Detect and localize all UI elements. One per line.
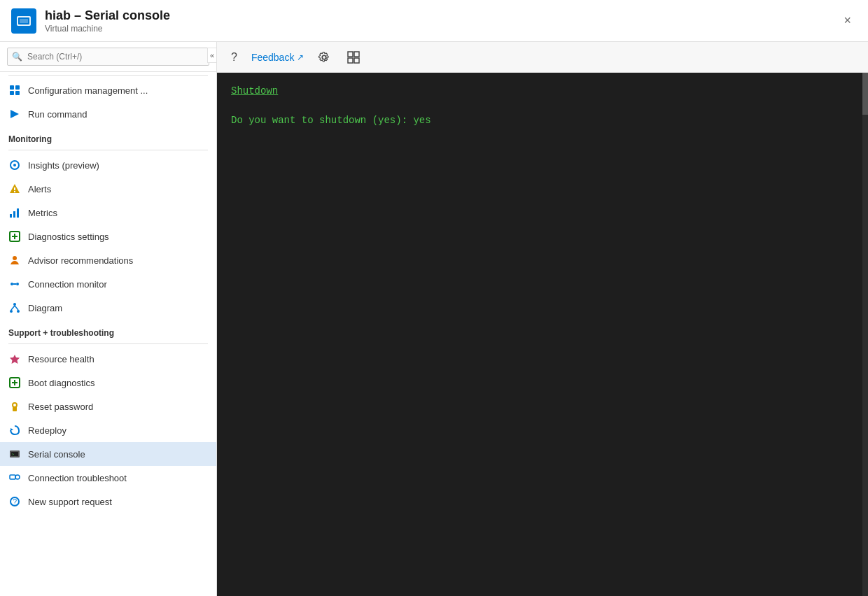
svg-text:>_: >_ — [12, 452, 17, 457]
external-link-icon: ↗ — [297, 52, 304, 62]
sidebar-item-label: Resource health — [28, 354, 94, 364]
terminal-line-2: Do you want to shutdown (yes): yes — [231, 113, 848, 128]
svg-rect-43 — [348, 52, 353, 57]
support-section-label: Support + troubleshooting — [0, 320, 216, 341]
connection-troubleshoot-icon — [8, 471, 21, 484]
terminal-line-0: Shutdown — [231, 84, 848, 99]
metrics-icon — [8, 206, 21, 219]
support-divider — [8, 343, 208, 344]
sidebar-item-label: Connection monitor — [28, 279, 107, 290]
svg-rect-11 — [14, 187, 15, 190]
sidebar-item-diagnostics-settings[interactable]: Diagnostics settings — [0, 225, 216, 248]
svg-rect-12 — [14, 191, 15, 192]
settings-button[interactable] — [315, 50, 333, 65]
svg-rect-46 — [354, 58, 359, 63]
svg-rect-15 — [17, 208, 19, 218]
sidebar-item-serial-console[interactable]: >_ Serial console — [0, 442, 216, 466]
title-bar-text: hiab – Serial console Virtual machine — [45, 8, 170, 34]
svg-point-20 — [10, 283, 13, 285]
svg-rect-45 — [348, 58, 353, 63]
feedback-link[interactable]: Feedback ↗ — [251, 52, 304, 63]
app-title: hiab – Serial console — [45, 8, 170, 23]
help-button[interactable]: ? — [228, 50, 240, 65]
svg-text:?: ? — [13, 498, 18, 506]
sidebar-item-label: Redeploy — [28, 425, 66, 436]
svg-line-26 — [11, 306, 15, 310]
redeploy-icon — [8, 424, 21, 437]
reset-password-icon — [8, 400, 21, 413]
title-bar-left: hiab – Serial console Virtual machine — [11, 8, 170, 34]
top-divider — [8, 75, 208, 76]
svg-rect-37 — [10, 475, 15, 479]
svg-point-25 — [17, 310, 20, 313]
serial-console-icon: >_ — [8, 448, 21, 460]
sidebar-item-label: Configuration management ... — [28, 85, 148, 96]
insights-icon — [8, 159, 21, 171]
svg-rect-2 — [20, 19, 28, 23]
terminal-line-1 — [231, 99, 848, 113]
config-management-icon — [8, 84, 21, 97]
sidebar-item-resource-health[interactable]: Resource health — [0, 347, 216, 371]
sidebar-item-label: Insights (preview) — [28, 160, 99, 171]
svg-rect-5 — [10, 91, 14, 95]
sidebar-item-advisor-recommendations[interactable]: Advisor recommendations — [0, 248, 216, 272]
svg-marker-33 — [10, 428, 13, 431]
svg-rect-44 — [354, 52, 359, 57]
sidebar-item-diagram[interactable]: Diagram — [0, 296, 216, 320]
terminal-scrollbar[interactable] — [862, 73, 868, 596]
svg-point-23 — [13, 303, 16, 306]
resource-health-icon — [8, 353, 21, 365]
sidebar-item-label: Diagnostics settings — [28, 232, 109, 242]
sidebar-item-insights-preview[interactable]: Insights (preview) — [0, 153, 216, 177]
sidebar-item-connection-monitor[interactable]: Connection monitor — [0, 272, 216, 296]
sidebar-item-boot-diagnostics[interactable]: Boot diagnostics — [0, 371, 216, 395]
sidebar-item-redeploy[interactable]: Redeploy — [0, 418, 216, 442]
terminal-area: Shutdown Do you want to shutdown (yes): … — [217, 73, 868, 596]
svg-rect-6 — [15, 91, 20, 95]
sidebar-item-label: Advisor recommendations — [28, 255, 133, 266]
diagram-icon — [8, 301, 21, 314]
svg-point-38 — [15, 475, 20, 479]
close-button[interactable]: × — [838, 10, 857, 31]
alerts-icon — [8, 183, 21, 195]
run-command-icon — [8, 108, 21, 120]
sidebar-collapse-button[interactable]: « — [207, 48, 216, 63]
search-input[interactable] — [7, 48, 209, 66]
monitoring-section-label: Monitoring — [0, 126, 216, 147]
sidebar: 🔍 « Configuration management ... Run com… — [0, 42, 217, 596]
sidebar-item-label: Serial console — [28, 449, 85, 460]
search-icon: 🔍 — [12, 52, 22, 62]
sidebar-item-label: Run command — [28, 109, 88, 120]
sidebar-item-label: Alerts — [28, 184, 51, 194]
sidebar-item-label: Diagram — [28, 303, 62, 313]
terminal-scrollbar-thumb — [862, 73, 868, 115]
svg-rect-4 — [15, 85, 20, 90]
sidebar-content: Configuration management ... Run command… — [0, 72, 216, 596]
svg-point-42 — [323, 55, 326, 59]
sidebar-item-reset-password[interactable]: Reset password — [0, 395, 216, 418]
sidebar-item-run-command[interactable]: Run command — [0, 102, 216, 126]
sidebar-item-configuration-management[interactable]: Configuration management ... — [0, 78, 216, 102]
sidebar-item-new-support-request[interactable]: ? New support request — [0, 490, 216, 513]
svg-point-24 — [10, 310, 13, 313]
feedback-label: Feedback — [251, 52, 294, 63]
title-bar: hiab – Serial console Virtual machine × — [0, 0, 868, 42]
monitoring-divider — [8, 150, 208, 150]
main-layout: 🔍 « Configuration management ... Run com… — [0, 42, 868, 596]
grid-button[interactable] — [344, 50, 363, 65]
svg-rect-3 — [10, 85, 14, 90]
app-subtitle: Virtual machine — [45, 24, 103, 34]
svg-rect-14 — [13, 211, 15, 218]
sidebar-search-area: 🔍 — [0, 42, 216, 72]
sidebar-item-alerts[interactable]: Alerts — [0, 177, 216, 201]
search-wrap: 🔍 — [7, 48, 209, 66]
svg-point-9 — [13, 164, 16, 166]
sidebar-item-connection-troubleshoot[interactable]: Connection troubleshoot — [0, 466, 216, 490]
sidebar-item-label: New support request — [28, 497, 112, 507]
console-toolbar: ? Feedback ↗ — [217, 42, 868, 73]
connection-monitor-icon — [8, 278, 21, 290]
vm-icon — [15, 13, 32, 29]
sidebar-item-metrics[interactable]: Metrics — [0, 201, 216, 225]
terminal[interactable]: Shutdown Do you want to shutdown (yes): … — [217, 73, 862, 596]
sidebar-item-label: Reset password — [28, 402, 93, 412]
